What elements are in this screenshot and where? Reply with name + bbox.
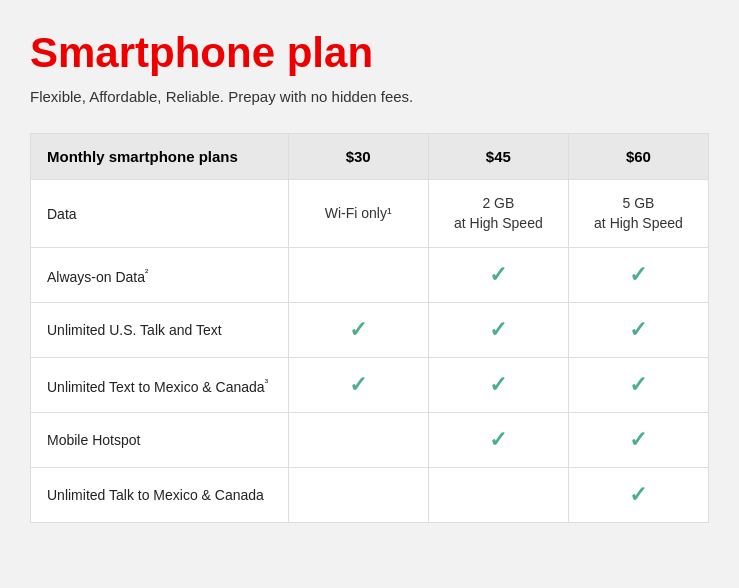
plan1-cell-0: Wi-Fi only¹: [288, 180, 428, 248]
check-icon: ✓: [629, 372, 647, 398]
check-icon: ✓: [629, 317, 647, 343]
feature-cell-4: Mobile Hotspot: [31, 413, 289, 468]
col-header-feature: Monthly smartphone plans: [31, 134, 289, 180]
plan2-cell-0: 2 GBat High Speed: [428, 180, 568, 248]
plan1-cell-1: [288, 248, 428, 303]
page-title: Smartphone plan: [30, 30, 709, 76]
check-icon: ✓: [489, 427, 507, 453]
plan2-cell-1: ✓: [428, 248, 568, 303]
plan3-cell-5: ✓: [568, 468, 708, 523]
feature-cell-2: Unlimited U.S. Talk and Text: [31, 303, 289, 358]
col-header-plan3: $60: [568, 134, 708, 180]
check-icon: ✓: [489, 372, 507, 398]
plan1-cell-5: [288, 468, 428, 523]
plan3-cell-0: 5 GBat High Speed: [568, 180, 708, 248]
check-icon: ✓: [349, 317, 367, 343]
plan3-cell-3: ✓: [568, 358, 708, 413]
col-header-plan1: $30: [288, 134, 428, 180]
plan1-cell-2: ✓: [288, 303, 428, 358]
feature-cell-3: Unlimited Text to Mexico & Canada³: [31, 358, 289, 413]
check-icon: ✓: [349, 372, 367, 398]
feature-cell-5: Unlimited Talk to Mexico & Canada: [31, 468, 289, 523]
plan2-cell-3: ✓: [428, 358, 568, 413]
subtitle: Flexible, Affordable, Reliable. Prepay w…: [30, 88, 709, 105]
plan2-cell-5: [428, 468, 568, 523]
check-icon: ✓: [629, 482, 647, 508]
check-icon: ✓: [629, 427, 647, 453]
plan2-cell-4: ✓: [428, 413, 568, 468]
table-row: Unlimited U.S. Talk and Text✓✓✓: [31, 303, 709, 358]
plan-comparison-table: Monthly smartphone plans $30 $45 $60 Dat…: [30, 133, 709, 523]
feature-cell-1: Always-on Data²: [31, 248, 289, 303]
plan3-cell-2: ✓: [568, 303, 708, 358]
check-icon: ✓: [629, 262, 647, 288]
plan3-cell-4: ✓: [568, 413, 708, 468]
plan1-cell-4: [288, 413, 428, 468]
feature-cell-0: Data: [31, 180, 289, 248]
table-row: Mobile Hotspot✓✓: [31, 413, 709, 468]
table-row: Unlimited Text to Mexico & Canada³✓✓✓: [31, 358, 709, 413]
table-row: Always-on Data²✓✓: [31, 248, 709, 303]
check-icon: ✓: [489, 262, 507, 288]
table-header-row: Monthly smartphone plans $30 $45 $60: [31, 134, 709, 180]
check-icon: ✓: [489, 317, 507, 343]
table-row: DataWi-Fi only¹2 GBat High Speed5 GBat H…: [31, 180, 709, 248]
plan1-cell-3: ✓: [288, 358, 428, 413]
col-header-plan2: $45: [428, 134, 568, 180]
table-row: Unlimited Talk to Mexico & Canada✓: [31, 468, 709, 523]
plan3-cell-1: ✓: [568, 248, 708, 303]
plan2-cell-2: ✓: [428, 303, 568, 358]
